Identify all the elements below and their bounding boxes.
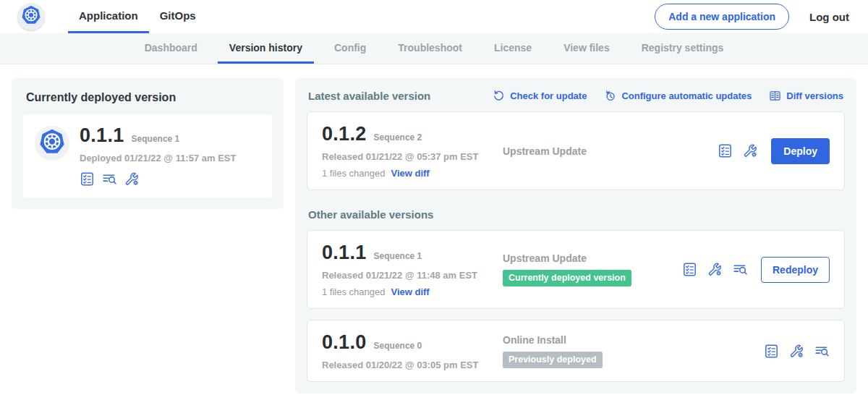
released-timestamp: Released 01/21/22 @ 05:37 pm EST bbox=[322, 151, 503, 162]
diff-versions-label: Diff versions bbox=[786, 90, 843, 101]
subnav-label: View files bbox=[563, 42, 610, 54]
deploy-logs-icon[interactable] bbox=[814, 344, 830, 359]
view-diff-link[interactable]: View diff bbox=[391, 286, 429, 297]
check-for-update-link[interactable]: Check for update bbox=[493, 90, 587, 102]
preflight-checks-icon[interactable] bbox=[80, 171, 95, 187]
refresh-icon bbox=[493, 90, 505, 102]
released-timestamp: Released 01/20/22 @ 03:05 pm EST bbox=[322, 360, 503, 370]
view-diff-link[interactable]: View diff bbox=[391, 168, 429, 179]
deployed-version-card: 0.1.1 Sequence 1 Deployed 01/21/22 @ 11:… bbox=[23, 114, 272, 197]
edit-config-icon[interactable] bbox=[707, 262, 723, 277]
version-source: Upstream Update bbox=[503, 145, 718, 157]
subnav-label: Config bbox=[334, 42, 366, 54]
app-avatar bbox=[35, 126, 69, 161]
version-source: Upstream Update Currently deployed versi… bbox=[503, 252, 682, 286]
app-logo[interactable] bbox=[17, 3, 45, 30]
diff-columns-icon bbox=[769, 90, 781, 102]
edit-config-icon[interactable] bbox=[124, 171, 140, 187]
tab-gitops-label: GitOps bbox=[160, 9, 196, 22]
configure-automatic-updates-label: Configure automatic updates bbox=[621, 90, 752, 101]
scheduled-update-icon bbox=[604, 90, 616, 102]
diff-versions-link[interactable]: Diff versions bbox=[769, 90, 843, 102]
tab-application[interactable]: Application bbox=[68, 0, 149, 33]
deployed-version-number: 0.1.1 bbox=[80, 124, 124, 147]
version-card-0-1-1: 0.1.1 Sequence 1 Released 01/21/22 @ 11:… bbox=[307, 230, 845, 309]
version-actions: Deploy bbox=[718, 138, 830, 164]
other-versions-title: Other available versions bbox=[308, 208, 843, 221]
preflight-checks-icon[interactable] bbox=[682, 262, 697, 277]
subnav-item-troubleshoot[interactable]: Troubleshoot bbox=[386, 33, 474, 64]
subnav-label: Registry settings bbox=[642, 42, 724, 54]
edit-config-icon[interactable] bbox=[789, 344, 804, 359]
configure-automatic-updates-link[interactable]: Configure automatic updates bbox=[604, 90, 752, 102]
version-source: Online Install Previously deployed bbox=[503, 334, 764, 368]
version-number: 0.1.0 bbox=[322, 331, 367, 354]
check-for-update-label: Check for update bbox=[510, 90, 587, 101]
deployed-timestamp: Deployed 01/21/22 @ 11:57 am EST bbox=[80, 153, 236, 163]
version-details: 0.1.2 Sequence 2 Released 01/21/22 @ 05:… bbox=[322, 123, 503, 179]
subnav-item-registry-settings[interactable]: Registry settings bbox=[630, 33, 736, 64]
source-label: Upstream Update bbox=[503, 145, 718, 157]
latest-version-header: Latest available version Check for updat… bbox=[308, 90, 843, 102]
sequence-label: Sequence 0 bbox=[374, 341, 422, 351]
version-number: 0.1.1 bbox=[322, 242, 367, 264]
released-timestamp: Released 01/21/22 @ 11:48 am EST bbox=[322, 270, 503, 281]
kubernetes-logo-icon bbox=[20, 4, 42, 29]
source-label: Upstream Update bbox=[503, 252, 682, 264]
deployed-sequence-label: Sequence 1 bbox=[132, 134, 180, 144]
sequence-label: Sequence 2 bbox=[374, 132, 422, 143]
version-number: 0.1.2 bbox=[322, 123, 367, 145]
available-versions-panel: Latest available version Check for updat… bbox=[295, 78, 856, 394]
version-details: 0.1.1 Sequence 1 Released 01/21/22 @ 11:… bbox=[322, 242, 503, 297]
deployed-panel-title: Currently deployed version bbox=[26, 91, 269, 104]
files-changed-label: 1 files changed bbox=[322, 168, 385, 179]
version-actions bbox=[764, 344, 830, 359]
subnav-item-dashboard[interactable]: Dashboard bbox=[133, 33, 209, 64]
files-changed-label: 1 files changed bbox=[322, 286, 385, 297]
subnav-label: Version history bbox=[229, 42, 302, 54]
topnav-spacer bbox=[207, 0, 655, 33]
deploy-logs-icon[interactable] bbox=[733, 262, 748, 277]
subnav-label: Troubleshoot bbox=[398, 42, 462, 54]
currently-deployed-badge: Currently deployed version bbox=[503, 270, 631, 286]
app-sub-navbar: Dashboard Version history Config Trouble… bbox=[0, 33, 868, 64]
version-actions: Redeploy bbox=[682, 257, 830, 283]
deployed-version-details: 0.1.1 Sequence 1 Deployed 01/21/22 @ 11:… bbox=[80, 124, 236, 187]
sequence-label: Sequence 1 bbox=[374, 251, 422, 261]
subnav-item-view-files[interactable]: View files bbox=[552, 33, 621, 64]
deploy-logs-icon[interactable] bbox=[102, 171, 117, 187]
edit-config-icon[interactable] bbox=[743, 143, 758, 158]
subnav-item-version-history[interactable]: Version history bbox=[218, 33, 314, 64]
currently-deployed-panel: Currently deployed version 0.1.1 Sequenc… bbox=[12, 78, 284, 209]
version-card-0-1-0: 0.1.0 Sequence 0 Released 01/20/22 @ 03:… bbox=[307, 320, 845, 382]
tab-application-label: Application bbox=[79, 9, 138, 22]
top-navbar: Application GitOps Add a new application… bbox=[0, 0, 868, 33]
subnav-label: Dashboard bbox=[145, 42, 197, 54]
redeploy-button[interactable]: Redeploy bbox=[761, 257, 830, 283]
kubernetes-logo-icon bbox=[38, 127, 67, 159]
add-application-button[interactable]: Add a new application bbox=[655, 4, 789, 30]
version-details: 0.1.0 Sequence 0 Released 01/20/22 @ 03:… bbox=[322, 331, 503, 370]
preflight-checks-icon[interactable] bbox=[764, 344, 779, 359]
logout-button[interactable]: Log out bbox=[809, 11, 849, 23]
source-label: Online Install bbox=[503, 334, 764, 346]
latest-version-title: Latest available version bbox=[308, 90, 475, 102]
subnav-label: License bbox=[494, 42, 532, 54]
subnav-item-config[interactable]: Config bbox=[323, 33, 378, 64]
version-history-page: Currently deployed version 0.1.1 Sequenc… bbox=[0, 64, 868, 407]
version-card-0-1-2: 0.1.2 Sequence 2 Released 01/21/22 @ 05:… bbox=[307, 111, 845, 190]
previously-deployed-badge: Previously deployed bbox=[503, 352, 603, 368]
preflight-checks-icon[interactable] bbox=[718, 143, 733, 158]
subnav-item-license[interactable]: License bbox=[482, 33, 543, 64]
tab-gitops[interactable]: GitOps bbox=[149, 0, 207, 33]
deploy-button[interactable]: Deploy bbox=[771, 138, 830, 164]
